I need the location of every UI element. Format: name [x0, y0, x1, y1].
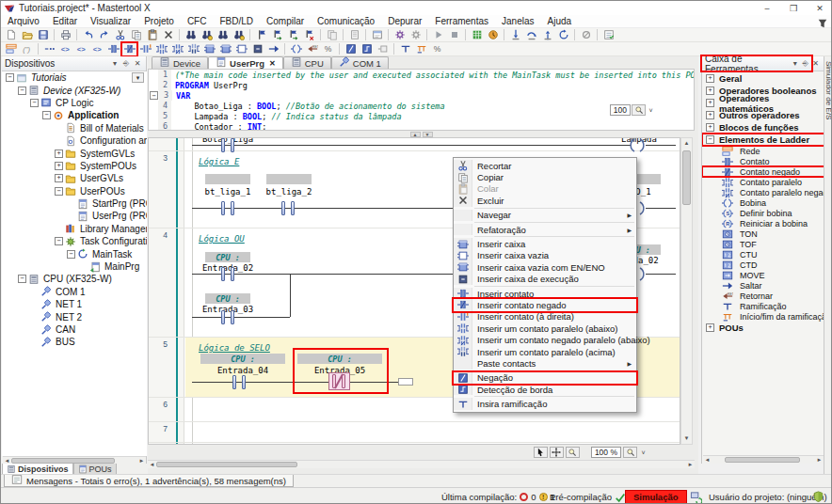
editor-splitter[interactable]: ▲ ▼: [148, 131, 695, 137]
open-folder-button[interactable]: [19, 28, 35, 42]
toolbox-item-ctu[interactable]: CTU: [702, 249, 824, 260]
expander-icon[interactable]: −: [6, 73, 14, 82]
close-button[interactable]: ✕: [807, 1, 832, 15]
expander-icon[interactable]: +: [55, 150, 63, 158]
tree-item-net-2[interactable]: NET 2: [2, 310, 147, 323]
context-item-inserir-um-contato-negado-paralelo-abaixo[interactable]: Inserir um contato negado paralelo (abai…: [454, 334, 636, 345]
bookmark-clear-button[interactable]: [301, 28, 317, 42]
ladder-vscrollbar[interactable]: ▲ ▼: [680, 137, 693, 445]
new-file-button[interactable]: [3, 28, 19, 42]
toolbox-item-ton[interactable]: TON: [702, 228, 824, 239]
expander-icon[interactable]: +: [706, 74, 714, 83]
rung-comment[interactable]: Lógica OU: [199, 234, 245, 244]
expander-icon[interactable]: +: [706, 99, 714, 107]
menu-arquivo[interactable]: Arquivo: [1, 15, 46, 28]
login-gear-button[interactable]: [392, 28, 408, 42]
toolbox-item-ramificacao[interactable]: Ramificação: [702, 301, 824, 311]
expander-icon[interactable]: −: [55, 187, 63, 196]
toolbox-group-elementos-de-ladder[interactable]: −Elementos de Ladder: [702, 134, 824, 146]
tree-item-bill-of-materials[interactable]: Bill of Materials: [2, 122, 147, 134]
chevron-down-icon[interactable]: ▾: [132, 72, 144, 83]
parallel-neg-down-button[interactable]: [169, 42, 185, 56]
contact-button[interactable]: [105, 42, 121, 56]
box-small-button[interactable]: [375, 42, 391, 56]
context-item-refatoracao[interactable]: Refatoração▶: [454, 224, 636, 235]
tab-device[interactable]: Device: [152, 56, 208, 69]
green-sheet-button[interactable]: [469, 28, 485, 42]
expander-icon[interactable]: +: [55, 174, 63, 182]
menu-fbd-ld[interactable]: FBD/LD: [213, 15, 260, 28]
toolbox-hscrollbar[interactable]: ◄ ►: [703, 455, 824, 464]
minimize-button[interactable]: –: [754, 1, 780, 15]
expander-icon[interactable]: −: [706, 135, 714, 144]
rung-comment[interactable]: Lógica E: [199, 157, 239, 166]
declaration-editor[interactable]: 1(*The main code inserted by the user an…: [148, 69, 695, 131]
expander-icon[interactable]: +: [706, 123, 714, 132]
copy-gray-button[interactable]: [324, 28, 340, 42]
copy-button[interactable]: [128, 28, 144, 42]
parallel-down-button[interactable]: [153, 42, 169, 56]
context-item-inserir-contato[interactable]: Inserir contato: [454, 288, 636, 299]
panel-dropdown-icon[interactable]: ▾: [109, 58, 120, 70]
find-next-button[interactable]: [199, 28, 215, 42]
expander-icon[interactable]: +: [55, 162, 63, 170]
toolbox-item-contato-paralelo-negado[interactable]: Contato paralelo negado: [702, 187, 824, 197]
percent-button[interactable]: %: [320, 42, 336, 56]
find-button[interactable]: [183, 28, 199, 42]
toolbox-item-inicio-fim-da-ramificacao[interactable]: Início/fim da ramificação: [702, 311, 824, 322]
hardware-address[interactable]: CPU :: [205, 293, 250, 304]
parallel-up-button[interactable]: [185, 42, 201, 56]
expander-icon[interactable]: +: [706, 111, 714, 119]
bookmark-next-button[interactable]: [269, 28, 285, 42]
redo-button[interactable]: [96, 28, 112, 42]
context-item-inserir-contato-a-direita[interactable]: Inserir contato (à direita): [454, 311, 636, 323]
splitter-down-icon[interactable]: ▼: [423, 132, 433, 137]
rung-comment[interactable]: Lógica de SELO: [199, 343, 270, 353]
coil-symbol[interactable]: [629, 138, 646, 152]
zoom-magnifier-icon[interactable]: [632, 104, 646, 116]
toolbox-group-operadores-matematicos[interactable]: +Operadores matemáticos: [702, 97, 824, 109]
jump-button[interactable]: [265, 42, 281, 56]
zoom-chevron-icon[interactable]: ˅: [647, 107, 655, 114]
scroll-up-icon[interactable]: ▲: [681, 138, 692, 149]
scroll-thumb[interactable]: [725, 457, 800, 463]
tab-com-1[interactable]: COM 1: [331, 56, 389, 69]
context-item-paste-contacts[interactable]: Paste contacts▶: [454, 357, 636, 369]
contact-symbol[interactable]: [220, 201, 236, 215]
hardware-address[interactable]: CPU :: [200, 354, 285, 364]
code-line[interactable]: 1(*The main code inserted by the user an…: [149, 70, 694, 80]
tab-cpu[interactable]: CPU: [283, 56, 331, 69]
context-item-negacao[interactable]: Negação: [454, 372, 636, 384]
toolbox-group-geral[interactable]: +Geral: [702, 72, 824, 85]
context-item-navegar[interactable]: Navegar▶: [454, 210, 636, 221]
save-button[interactable]: [35, 28, 51, 42]
scroll-thumb[interactable]: [156, 462, 297, 467]
toolbox-item-saltar[interactable]: Saltar: [702, 280, 824, 291]
tree-item-com-1[interactable]: COM 1: [2, 286, 147, 298]
contact-symbol[interactable]: [220, 310, 236, 324]
context-item-inserir-caixa-vazia-com-en-eno[interactable]: Inserir caixa vazia com EN/ENO: [454, 261, 636, 273]
variable-label[interactable]: bt_liga_2: [261, 187, 317, 197]
splitter-up-icon[interactable]: ▲: [410, 132, 421, 137]
percent-button[interactable]: %: [429, 42, 445, 56]
tree-item-maintask[interactable]: −MainTask: [2, 247, 147, 260]
expander-icon[interactable]: −: [67, 250, 75, 259]
expander-icon[interactable]: −: [18, 87, 26, 95]
contact-symbol[interactable]: [280, 201, 296, 215]
menu-ferramentas[interactable]: Ferramentas: [428, 15, 495, 28]
context-item-deteccao-de-borda[interactable]: Detecção de borda: [454, 384, 636, 395]
find-next-button[interactable]: [231, 28, 247, 42]
toolbox-group-blocos-de-funcoes[interactable]: +Blocos de funções: [702, 121, 824, 134]
ladder-zoom-value[interactable]: 100 %: [591, 447, 621, 458]
toolbox-item-ctd[interactable]: CTD: [702, 260, 824, 270]
branch-button[interactable]: [397, 42, 413, 56]
delete-button[interactable]: [160, 28, 176, 42]
cursor-tool-icon[interactable]: [534, 447, 548, 458]
toolbox-item-tof[interactable]: TOF: [702, 239, 824, 249]
tree-item-systempous[interactable]: +SystemPOUs: [2, 160, 147, 172]
hardware-address[interactable]: CPU :: [205, 252, 250, 262]
contact-neg-button[interactable]: [121, 42, 137, 56]
expander-icon[interactable]: −: [18, 275, 26, 283]
insertion-placeholder[interactable]: [398, 378, 413, 386]
scroll-left-icon[interactable]: ◄: [148, 461, 156, 468]
